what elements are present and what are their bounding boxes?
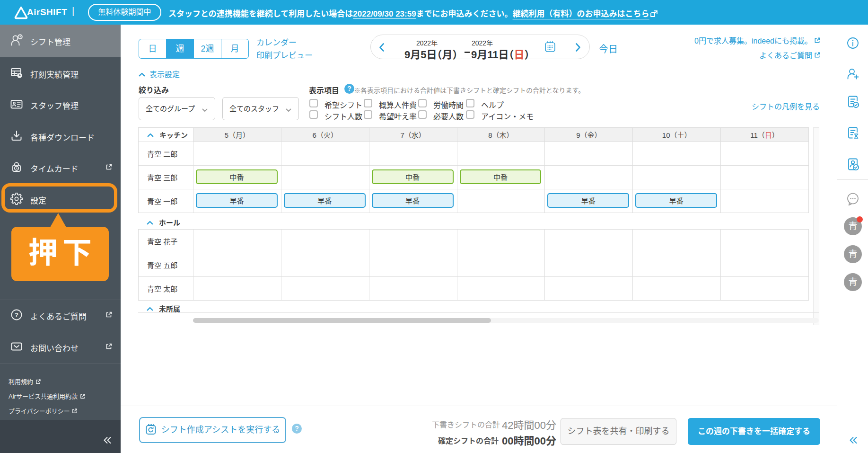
svg-text:?: ?	[15, 311, 18, 319]
